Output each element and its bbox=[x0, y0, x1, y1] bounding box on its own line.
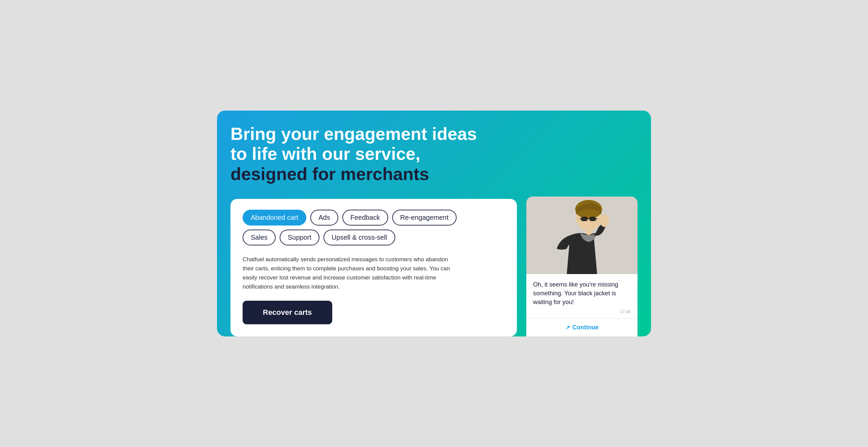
left-card: Abandoned cart Ads Feedback Re-engagemen… bbox=[230, 199, 517, 337]
description-text: Chatfuel automatically sends personalize… bbox=[243, 255, 458, 292]
chat-bubble: Oh, it seems like you're missing somethi… bbox=[526, 274, 638, 318]
svg-rect-4 bbox=[581, 217, 588, 221]
tag-abandoned-cart[interactable]: Abandoned cart bbox=[243, 210, 306, 226]
recover-carts-button[interactable]: Recover carts bbox=[243, 301, 332, 324]
tags-container: Abandoned cart Ads Feedback Re-engagemen… bbox=[243, 210, 505, 226]
content-row: Abandoned cart Ads Feedback Re-engagemen… bbox=[230, 197, 638, 336]
svg-point-10 bbox=[600, 215, 609, 227]
chat-time: 17:48 bbox=[533, 308, 631, 318]
product-image bbox=[526, 197, 638, 274]
headline-part2: designed for merchants bbox=[230, 164, 429, 184]
tag-upsell[interactable]: Upsell & cross-sell bbox=[323, 230, 395, 245]
external-link-icon: ↗ bbox=[565, 324, 570, 331]
main-container: Bring your engagement ideas to life with… bbox=[217, 111, 651, 337]
continue-button[interactable]: ↗ Continue bbox=[526, 319, 638, 336]
tag-support[interactable]: Support bbox=[280, 230, 319, 245]
tag-sales[interactable]: Sales bbox=[243, 230, 276, 245]
svg-rect-5 bbox=[589, 217, 596, 221]
tag-re-engagement[interactable]: Re-engagement bbox=[392, 210, 457, 226]
chat-message: Oh, it seems like you're missing somethi… bbox=[533, 280, 631, 306]
tags-row2: Sales Support Upsell & cross-sell bbox=[243, 230, 505, 245]
right-card: Oh, it seems like you're missing somethi… bbox=[526, 197, 638, 336]
tag-ads[interactable]: Ads bbox=[310, 210, 338, 226]
person-illustration bbox=[526, 197, 638, 274]
headline-part1: Bring your engagement ideas to life with… bbox=[230, 124, 477, 164]
headline: Bring your engagement ideas to life with… bbox=[230, 124, 493, 184]
continue-label: Continue bbox=[572, 324, 599, 331]
tag-feedback[interactable]: Feedback bbox=[342, 210, 388, 226]
